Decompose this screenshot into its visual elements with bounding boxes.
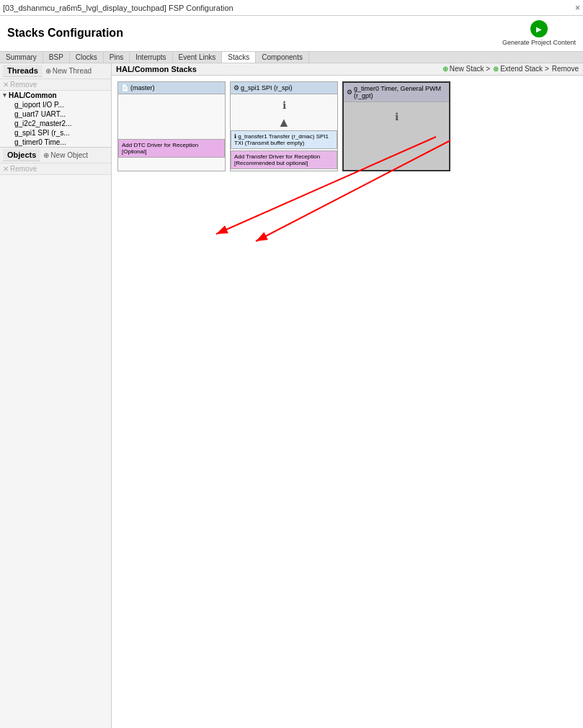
stack-card-master[interactable]: 📄 (master) Add DTC Driver for Reception … [117, 81, 226, 171]
threads-remove-toolbar: ✕ Remove [0, 79, 111, 91]
i2c2-label: g_i2c2_master2... [14, 120, 72, 127]
threads-toolbar: Threads ⊕ New Thread [0, 63, 111, 79]
tab-title: [03_dshanmcu_ra6m5_lvgl_display_touchpad… [3, 4, 572, 12]
sidebar-item-ioport[interactable]: g_ioport I/O P... [9, 100, 111, 109]
objects-toolbar: Objects ⊕ New Object [0, 148, 111, 163]
info-icon-dmac: ℹ [234, 133, 236, 140]
spi1-connector-icon: ▲ [231, 116, 337, 129]
extend-stack-button[interactable]: ⊕ Extend Stack > [493, 65, 549, 73]
hal-common-children: g_ioport I/O P... g_uart7 UART... g_i2c2… [0, 100, 111, 147]
card-header-master: 📄 (master) [118, 82, 225, 94]
stack-area-title: HAL/Common Stacks [116, 65, 197, 73]
close-tab-button[interactable]: × [575, 3, 580, 13]
new-stack-icon: ⊕ [442, 65, 448, 73]
remove-object-icon: ✕ [3, 165, 9, 173]
tab-interrupts[interactable]: Interrupts [130, 52, 172, 63]
new-stack-label: New Stack > [450, 65, 490, 73]
tab-summary[interactable]: Summary [0, 52, 43, 63]
master-icon: 📄 [121, 84, 129, 91]
card-optional-master: Add DTC Driver for Reception [Optional] [118, 139, 225, 158]
remove-stack-label: Remove [552, 65, 579, 73]
stack-card-timer0[interactable]: ⚙ g_timer0 Timer, General PWM (r_gpt) ℹ [342, 81, 450, 171]
objects-label: Objects [3, 149, 40, 161]
sidebar-item-i2c2[interactable]: g_i2c2_master2... [9, 119, 111, 128]
new-thread-button[interactable]: ⊕ New Thread [45, 67, 92, 75]
uart7-label: g_uart7 UART... [14, 110, 66, 118]
tab-event-links[interactable]: Event Links [173, 52, 223, 63]
threads-section: Threads ⊕ New Thread ✕ Remove ▾ HAL/Comm… [0, 63, 111, 148]
remove-thread-button[interactable]: ✕ Remove [3, 81, 37, 89]
timer0-card-icon: ⚙ [347, 89, 352, 96]
stack-area: HAL/Common Stacks ⊕ New Stack > ⊕ Extend… [112, 63, 583, 728]
config-tab-bar: Summary BSP Clocks Pins Interrupts Event… [0, 52, 583, 63]
timer0-card-title: g_timer0 Timer, General PWM (r_gpt) [354, 85, 446, 99]
generate-btn-label: Generate Project Content [502, 39, 576, 47]
master-title: (master) [130, 84, 155, 91]
tab-pins[interactable]: Pins [104, 52, 130, 63]
card-optional-spi1-rx: Add Transfer Driver for Reception [Recom… [231, 150, 337, 169]
card-body-timer0: ℹ [344, 102, 449, 131]
new-stack-button[interactable]: ⊕ New Stack > [442, 65, 490, 73]
generate-project-content-button[interactable]: Generate Project Content [502, 20, 576, 47]
tab-stacks[interactable]: Stacks [222, 52, 256, 63]
new-thread-icon: ⊕ [45, 67, 51, 75]
page-title: Stacks Configuration [7, 27, 123, 40]
stack-header: HAL/Common Stacks ⊕ New Stack > ⊕ Extend… [112, 63, 583, 76]
extend-stack-label: Extend Stack > [500, 65, 549, 73]
right-content: HAL/Common Stacks ⊕ New Stack > ⊕ Extend… [112, 63, 583, 728]
stack-canvas[interactable]: 📄 (master) Add DTC Driver for Reception … [112, 76, 583, 728]
card-body-master [118, 94, 225, 138]
info-icon-spi1: ℹ [282, 99, 286, 111]
card-optional-spi1-dmac: ℹ g_transfer1 Transfer (r_dmac) SPI1 TXI… [231, 130, 337, 149]
card-body-spi1: ℹ [231, 94, 337, 116]
sidebar-item-hal-common[interactable]: ▾ HAL/Common [0, 91, 111, 100]
remove-thread-icon: ✕ [3, 81, 9, 89]
ioport-label: g_ioport I/O P... [14, 101, 64, 109]
objects-remove-toolbar: ✕ Remove [0, 163, 111, 175]
info-icon-timer0: ℹ [395, 111, 399, 122]
card-header-timer0: ⚙ g_timer0 Timer, General PWM (r_gpt) [344, 83, 449, 102]
main-header: Stacks Configuration Generate Project Co… [0, 16, 583, 52]
timer0-label: g_timer0 Time... [14, 138, 66, 146]
stack-toolbar: ⊕ New Stack > ⊕ Extend Stack > Remove [442, 65, 579, 73]
new-object-icon: ⊕ [43, 151, 49, 159]
tab-components[interactable]: Components [256, 52, 309, 63]
threads-label: Threads [3, 65, 43, 77]
stack-card-spi1[interactable]: ⚙ g_spi1 SPI (r_spi) ℹ ▲ ℹ g_transfer1 T… [230, 81, 338, 171]
objects-section: Objects ⊕ New Object ✕ Remove [0, 148, 111, 728]
spi1-label: g_spi1 SPI (r_s... [14, 129, 70, 137]
expand-arrow-icon: ▾ [3, 91, 6, 99]
title-bar: [03_dshanmcu_ra6m5_lvgl_display_touchpad… [0, 0, 583, 16]
tab-bsp[interactable]: BSP [43, 52, 70, 63]
hal-common-label: HAL/Common [9, 91, 57, 99]
spi1-icon: ⚙ [233, 84, 239, 91]
left-sidebar: Threads ⊕ New Thread ✕ Remove ▾ HAL/Comm… [0, 63, 112, 728]
extend-stack-icon: ⊕ [493, 65, 499, 73]
sidebar-item-uart7[interactable]: g_uart7 UART... [9, 109, 111, 119]
card-header-spi1: ⚙ g_spi1 SPI (r_spi) [231, 82, 337, 94]
remove-object-button[interactable]: ✕ Remove [3, 165, 37, 173]
tab-clocks[interactable]: Clocks [70, 52, 104, 63]
main-layout: Threads ⊕ New Thread ✕ Remove ▾ HAL/Comm… [0, 63, 583, 728]
spi1-title: g_spi1 SPI (r_spi) [241, 84, 293, 91]
new-object-button[interactable]: ⊕ New Object [43, 151, 88, 159]
sidebar-item-timer0[interactable]: g_timer0 Time... [9, 138, 111, 147]
generate-icon [530, 20, 548, 37]
sidebar-item-spi1[interactable]: g_spi1 SPI (r_s... [9, 128, 111, 138]
remove-stack-button[interactable]: Remove [552, 65, 579, 73]
